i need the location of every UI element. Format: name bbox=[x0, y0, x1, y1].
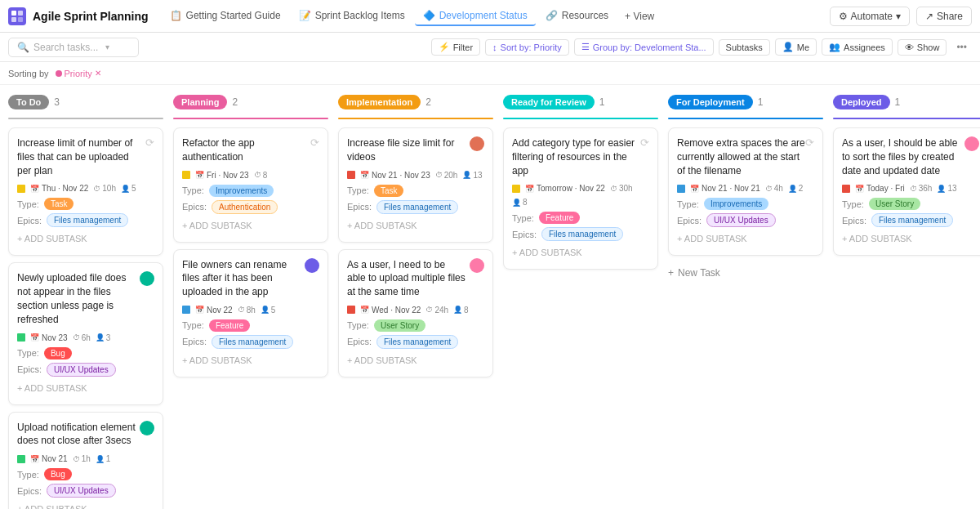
task-card[interactable]: As a user, I need to be able to upload m… bbox=[338, 249, 493, 377]
card-meta: 📅Today · Fri⏱36h👤13 bbox=[842, 184, 979, 193]
type-tag: Improvements bbox=[209, 185, 274, 197]
type-tag: Feature bbox=[209, 319, 250, 332]
add-subtask-btn[interactable]: + ADD SUBTASK bbox=[347, 217, 484, 234]
filter-button[interactable]: ⚡ Filter bbox=[431, 38, 480, 56]
add-subtask-btn[interactable]: + ADD SUBTASK bbox=[17, 380, 154, 396]
col-badge: For Deployment bbox=[668, 95, 753, 109]
card-epic-row: Epics:UI/UX Updates bbox=[677, 213, 814, 227]
col-header: For Deployment1 bbox=[668, 95, 823, 109]
sort-priority-tag[interactable]: Priority ✕ bbox=[56, 69, 101, 78]
sorting-label: Sorting by bbox=[8, 69, 49, 78]
share-icon: ↗ bbox=[925, 11, 933, 22]
subtasks-button[interactable]: Subtasks bbox=[719, 39, 770, 56]
card-date: 📅Nov 23 bbox=[30, 333, 68, 342]
col-header: To Do3 bbox=[8, 95, 163, 109]
card-title: Increase file size limit for videos bbox=[347, 136, 466, 164]
clock-icon: ⏱ bbox=[910, 185, 917, 193]
card-assignees: 👤13 bbox=[937, 184, 956, 193]
calendar-icon: 📅 bbox=[360, 171, 369, 179]
app-icon bbox=[8, 7, 26, 25]
add-subtask-btn[interactable]: + ADD SUBTASK bbox=[677, 230, 814, 247]
search-box[interactable]: 🔍 Search tasks... ▾ bbox=[8, 38, 139, 57]
toolbar-actions: ⚡ Filter ↕ Sort by: Priority ☰ Group by:… bbox=[431, 38, 972, 56]
add-view-btn[interactable]: + View bbox=[618, 7, 661, 25]
task-card[interactable]: Newly uploaded file does not appear in t… bbox=[8, 262, 163, 404]
card-assignees: 👤13 bbox=[462, 171, 482, 180]
card-date: 📅Nov 21 bbox=[30, 454, 68, 463]
card-assignees: 👤3 bbox=[96, 333, 111, 342]
show-button[interactable]: 👁 Show bbox=[898, 39, 947, 56]
person-icon: 👤 bbox=[788, 185, 797, 193]
calendar-icon: 📅 bbox=[30, 333, 39, 342]
add-subtask-btn[interactable]: + ADD SUBTASK bbox=[182, 217, 319, 234]
card-assignees: 👤5 bbox=[121, 184, 136, 193]
task-card[interactable]: Increase limit of number of files that c… bbox=[8, 127, 163, 256]
col-header: Implementation2 bbox=[338, 95, 493, 109]
calendar-icon: 📅 bbox=[360, 306, 369, 314]
card-title: File owners can rename files after it ha… bbox=[182, 258, 301, 299]
sort-button[interactable]: ↕ Sort by: Priority bbox=[485, 39, 569, 56]
tab-sprint-backlog[interactable]: 📝 Sprint Backlog Items bbox=[291, 7, 413, 26]
card-epic-row: Epics:Files management bbox=[347, 335, 484, 349]
assignees-button[interactable]: 👥 Assignees bbox=[822, 38, 893, 56]
sort-icon: ↕ bbox=[492, 42, 497, 52]
flag-icon bbox=[677, 185, 685, 193]
doc-icon: 📋 bbox=[170, 10, 182, 21]
flag-icon bbox=[17, 185, 25, 193]
task-card[interactable]: Upload notification element does not clo… bbox=[8, 412, 163, 509]
card-date: 📅Fri · Nov 23 bbox=[195, 171, 249, 180]
calendar-icon: 📅 bbox=[195, 306, 204, 314]
card-action-icon[interactable]: ⟳ bbox=[640, 136, 649, 149]
card-header-row: Add category type for easier filtering o… bbox=[512, 136, 649, 184]
card-action-icon[interactable]: ⟳ bbox=[805, 136, 814, 149]
tab-resources[interactable]: 🔗 Resources bbox=[537, 7, 617, 26]
card-header-row: File owners can rename files after it ha… bbox=[182, 258, 319, 306]
clock-icon: ⏱ bbox=[93, 185, 100, 193]
share-button[interactable]: ↗ Share bbox=[916, 7, 972, 26]
add-subtask-btn[interactable]: + ADD SUBTASK bbox=[512, 244, 649, 261]
task-card[interactable]: Add category type for easier filtering o… bbox=[503, 127, 658, 270]
tab-dev-status[interactable]: 🔷 Development Status bbox=[415, 7, 536, 26]
type-tag: Improvements bbox=[704, 198, 768, 210]
col-header: Ready for Review1 bbox=[503, 95, 658, 109]
task-card[interactable]: File owners can rename files after it ha… bbox=[173, 249, 328, 377]
task-card[interactable]: Remove extra spaces the are currently al… bbox=[668, 127, 823, 256]
card-title: Remove extra spaces the are currently al… bbox=[677, 136, 805, 177]
task-card[interactable]: As a user, I should be able to sort the … bbox=[833, 127, 980, 256]
card-epic-row: Epics:Files management bbox=[842, 213, 979, 227]
clock-icon: ⏱ bbox=[765, 185, 773, 193]
card-meta: 📅Nov 21 · Nov 21⏱4h👤2 bbox=[677, 184, 814, 193]
tab-getting-started[interactable]: 📋 Getting Started Guide bbox=[162, 7, 289, 26]
card-epic-row: Epics:Files management bbox=[17, 213, 154, 227]
flag-icon bbox=[842, 185, 850, 193]
new-task-btn[interactable]: +New Task bbox=[668, 262, 823, 284]
add-subtask-btn[interactable]: + ADD SUBTASK bbox=[17, 501, 154, 509]
top-bar: Agile Sprint Planning 📋 Getting Started … bbox=[0, 0, 980, 33]
add-subtask-btn[interactable]: + ADD SUBTASK bbox=[182, 352, 319, 368]
clock-icon: ⏱ bbox=[238, 306, 245, 314]
task-card[interactable]: Refactor the app authentication⟳📅Fri · N… bbox=[173, 127, 328, 243]
card-title: Increase limit of number of files that c… bbox=[17, 136, 145, 177]
card-epic-row: Epics:UI/UX Updates bbox=[17, 484, 154, 498]
group-button[interactable]: ☰ Group by: Develoment Sta... bbox=[574, 38, 714, 56]
card-hours: ⏱10h bbox=[93, 184, 116, 193]
task-card[interactable]: Increase file size limit for videos📅Nov … bbox=[338, 127, 493, 243]
add-subtask-btn[interactable]: + ADD SUBTASK bbox=[842, 230, 979, 247]
card-epic-row: Epics:Files management bbox=[512, 227, 649, 241]
card-header-row: As a user, I should be able to sort the … bbox=[842, 136, 979, 184]
card-meta: 📅Wed · Nov 22⏱24h👤8 bbox=[347, 306, 484, 315]
add-subtask-btn[interactable]: + ADD SUBTASK bbox=[347, 352, 484, 368]
clock-icon: ⏱ bbox=[610, 185, 617, 193]
avatar bbox=[305, 258, 319, 273]
automate-button[interactable]: ⚙ Automate ▾ bbox=[830, 7, 910, 26]
card-action-icon[interactable]: ⟳ bbox=[145, 136, 154, 149]
me-button[interactable]: 👤 Me bbox=[775, 38, 817, 56]
card-type-row: Type:User Story bbox=[347, 319, 484, 332]
card-action-icon[interactable]: ⟳ bbox=[310, 136, 319, 149]
card-meta: 📅Nov 21 · Nov 23⏱20h👤13 bbox=[347, 171, 484, 180]
card-date: 📅Nov 22 bbox=[195, 306, 233, 315]
add-subtask-btn[interactable]: + ADD SUBTASK bbox=[17, 230, 154, 247]
project-title: Agile Sprint Planning bbox=[33, 10, 149, 23]
more-options-button[interactable]: ••• bbox=[951, 39, 972, 56]
nav-tabs: 📋 Getting Started Guide 📝 Sprint Backlog… bbox=[162, 7, 830, 26]
